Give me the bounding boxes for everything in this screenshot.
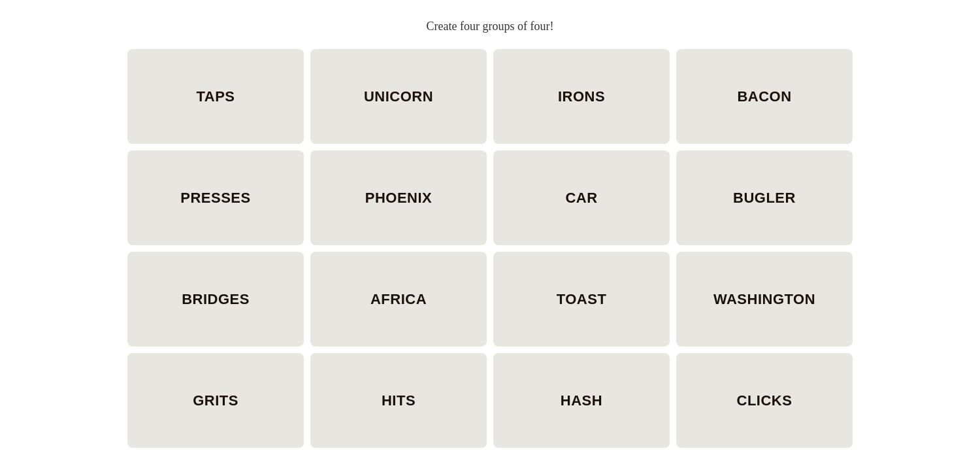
tile-irons[interactable]: IRONS bbox=[493, 49, 670, 144]
tile-bacon[interactable]: BACON bbox=[676, 49, 853, 144]
tile-label-taps: TAPS bbox=[196, 88, 235, 105]
tile-bridges[interactable]: BRIDGES bbox=[127, 252, 304, 347]
tile-car[interactable]: CAR bbox=[493, 150, 670, 245]
tile-grits[interactable]: GRITS bbox=[127, 353, 304, 448]
tile-hits[interactable]: HITS bbox=[310, 353, 487, 448]
tile-phoenix[interactable]: PHOENIX bbox=[310, 150, 487, 245]
tile-label-irons: IRONS bbox=[558, 88, 605, 105]
tile-presses[interactable]: PRESSES bbox=[127, 150, 304, 245]
tile-label-phoenix: PHOENIX bbox=[365, 190, 433, 207]
tile-washington[interactable]: WASHINGTON bbox=[676, 252, 853, 347]
tile-africa[interactable]: AFRICA bbox=[310, 252, 487, 347]
tile-label-clicks: CLICKS bbox=[737, 392, 792, 409]
tile-taps[interactable]: TAPS bbox=[127, 49, 304, 144]
word-grid: TAPSUNICORNIRONSBACONPRESSESPHOENIXCARBU… bbox=[127, 49, 853, 448]
tile-label-unicorn: UNICORN bbox=[364, 88, 433, 105]
tile-label-hash: HASH bbox=[561, 392, 602, 409]
page-subtitle: Create four groups of four! bbox=[427, 20, 554, 33]
tile-label-hits: HITS bbox=[382, 392, 416, 409]
tile-label-grits: GRITS bbox=[193, 392, 238, 409]
tile-label-bugler: BUGLER bbox=[733, 190, 796, 207]
tile-label-toast: TOAST bbox=[557, 291, 607, 308]
tile-label-bacon: BACON bbox=[737, 88, 791, 105]
tile-clicks[interactable]: CLICKS bbox=[676, 353, 853, 448]
tile-hash[interactable]: HASH bbox=[493, 353, 670, 448]
tile-label-bridges: BRIDGES bbox=[182, 291, 250, 308]
tile-label-africa: AFRICA bbox=[370, 291, 427, 308]
tile-toast[interactable]: TOAST bbox=[493, 252, 670, 347]
tile-bugler[interactable]: BUGLER bbox=[676, 150, 853, 245]
tile-label-car: CAR bbox=[565, 190, 597, 207]
tile-label-washington: WASHINGTON bbox=[713, 291, 815, 308]
tile-label-presses: PRESSES bbox=[180, 190, 250, 207]
tile-unicorn[interactable]: UNICORN bbox=[310, 49, 487, 144]
